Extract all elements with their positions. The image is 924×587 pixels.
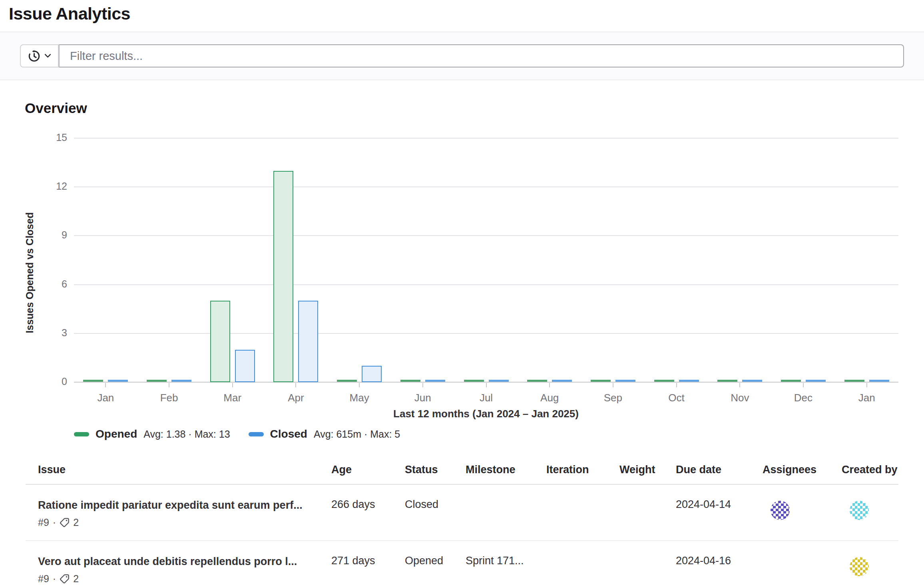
x-tick-label: Jun [414,392,431,404]
column-header-issue: Issue [26,457,331,484]
legend-stats-opened: Avg: 1.38 · Max: 13 [143,428,230,440]
bar-opened-2[interactable] [210,301,230,382]
age-cell: 266 days [331,484,405,541]
bar-opened-10[interactable] [717,380,737,382]
legend-swatch-closed[interactable] [249,432,264,436]
column-header-created-by: Created by [842,457,898,484]
column-header-assignees: Assignees [763,457,842,484]
issue-ref: #9 [38,573,49,585]
bar-opened-1[interactable] [147,380,167,382]
x-tick-mark [169,383,169,387]
legend-label-closed[interactable]: Closed [270,428,307,440]
x-tick-mark [803,383,804,387]
issue-link[interactable]: Ratione impedit pariatur expedita sunt e… [38,498,331,512]
bar-opened-3[interactable] [273,171,293,382]
bar-closed-7[interactable] [552,380,572,382]
milestone-cell: Sprint 171... [466,541,546,587]
created-by-avatar[interactable] [850,557,869,576]
filter-results-input[interactable] [59,44,904,67]
issue-link[interactable]: Vero aut placeat unde debitis repellendu… [38,555,331,568]
search-history-dropdown-button[interactable] [20,44,59,67]
history-icon [28,50,40,62]
x-tick-label: Jan [858,392,875,404]
chart-legend: Opened Avg: 1.38 · Max: 13 Closed Avg: 6… [74,428,924,440]
x-tick-label: Sep [604,392,622,404]
bar-closed-11[interactable] [806,380,826,382]
age-cell: 271 days [331,541,405,587]
y-tick-label: 15 [0,132,67,143]
label-icon [60,518,70,528]
issue-row-0: Ratione impedit pariatur expedita sunt e… [26,484,898,541]
bar-closed-2[interactable] [235,350,255,382]
milestone-cell [466,484,546,541]
issues-table-container: IssueAgeStatusMilestoneIterationWeightDu… [26,457,898,587]
bar-closed-3[interactable] [298,301,318,382]
y-tick-label: 12 [0,180,67,192]
bar-closed-4[interactable] [362,366,382,382]
status-cell: Closed [405,484,466,541]
bar-closed-10[interactable] [742,380,762,382]
iteration-cell [546,484,619,541]
weight-cell [619,541,676,587]
bar-closed-1[interactable] [171,380,191,382]
x-tick-mark [422,383,423,387]
labels-count: 2 [73,517,79,528]
labels-count: 2 [73,573,79,585]
x-tick-mark [295,383,296,387]
x-tick-label: Dec [794,392,812,404]
column-header-status: Status [405,457,466,484]
overview-heading: Overview [25,100,924,116]
y-tick-label: 0 [0,376,67,387]
bar-opened-12[interactable] [844,380,864,382]
column-header-milestone: Milestone [466,457,546,484]
x-tick-mark [359,383,360,387]
gridline [74,333,898,334]
x-tick-mark [232,383,233,387]
bar-closed-12[interactable] [869,380,889,382]
column-header-iteration: Iteration [546,457,619,484]
x-tick-mark [613,383,613,387]
bar-closed-6[interactable] [489,380,509,382]
meta-separator: · [53,517,56,528]
x-tick-mark [549,383,550,387]
iteration-cell [546,541,619,587]
x-tick-mark [739,383,740,387]
bar-opened-11[interactable] [781,380,801,382]
x-tick-mark [486,383,487,387]
bar-closed-9[interactable] [679,380,699,382]
issues-table: IssueAgeStatusMilestoneIterationWeightDu… [26,457,898,587]
x-tick-label: Jul [480,392,493,404]
assignees-cell [763,541,842,587]
legend-swatch-opened[interactable] [74,432,89,436]
x-tick-label: Oct [668,392,684,404]
column-header-age: Age [331,457,405,484]
bar-opened-6[interactable] [464,380,484,382]
x-tick-label: May [350,392,369,404]
assignee-avatar[interactable] [771,501,790,520]
bar-opened-4[interactable] [337,380,357,382]
x-tick-label: Mar [223,392,241,404]
bar-opened-0[interactable] [83,380,103,382]
bar-opened-8[interactable] [591,380,611,382]
column-header-due-date: Due date [676,457,763,484]
bar-opened-5[interactable] [400,380,420,382]
bar-closed-8[interactable] [615,380,635,382]
legend-label-opened[interactable]: Opened [96,428,137,440]
y-tick-label: 3 [0,327,67,339]
weight-cell [619,484,676,541]
x-tick-mark [676,383,677,387]
gridline [74,186,898,187]
created-by-avatar[interactable] [850,501,869,520]
x-tick-label: Aug [540,392,559,404]
x-tick-label: Jan [97,392,114,404]
due-date-cell: 2024-04-14 [676,484,763,541]
bar-opened-9[interactable] [654,380,674,382]
meta-separator: · [53,573,56,585]
x-axis-title: Last 12 months (Jan 2024 – Jan 2025) [393,408,579,420]
table-header-row: IssueAgeStatusMilestoneIterationWeightDu… [26,457,898,484]
bar-closed-5[interactable] [425,380,445,382]
bar-closed-0[interactable] [108,380,128,382]
bar-opened-7[interactable] [527,380,547,382]
issue-analytics-page: Issue Analytics Overview [0,0,924,587]
gridline [74,284,898,285]
